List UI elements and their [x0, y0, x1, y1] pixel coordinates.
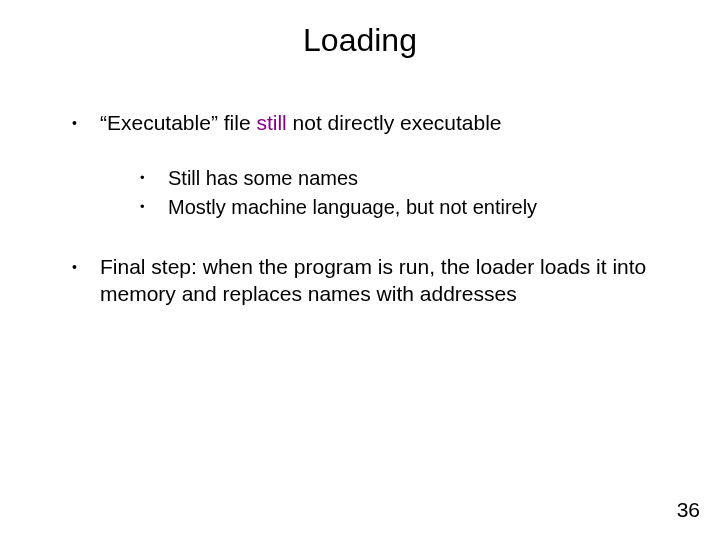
bullet-item-2: Final step: when the program is run, the… [72, 254, 652, 307]
bullet-1-text-post: not directly executable [287, 111, 502, 134]
bullet-item-1: “Executable” file still not directly exe… [72, 110, 652, 220]
bullet-list: “Executable” file still not directly exe… [72, 110, 652, 307]
sub-bullet-1: Still has some names [140, 166, 652, 191]
sub-bullet-list: Still has some names Mostly machine lang… [100, 166, 652, 220]
slide-body: “Executable” file still not directly exe… [72, 110, 652, 341]
bullet-1-text-pre: “Executable” file [100, 111, 256, 134]
bullet-1-accent: still [256, 111, 286, 134]
slide-title: Loading [0, 22, 720, 59]
sub-bullet-2: Mostly machine language, but not entirel… [140, 195, 652, 220]
slide: Loading “Executable” file still not dire… [0, 0, 720, 540]
page-number: 36 [677, 498, 700, 522]
